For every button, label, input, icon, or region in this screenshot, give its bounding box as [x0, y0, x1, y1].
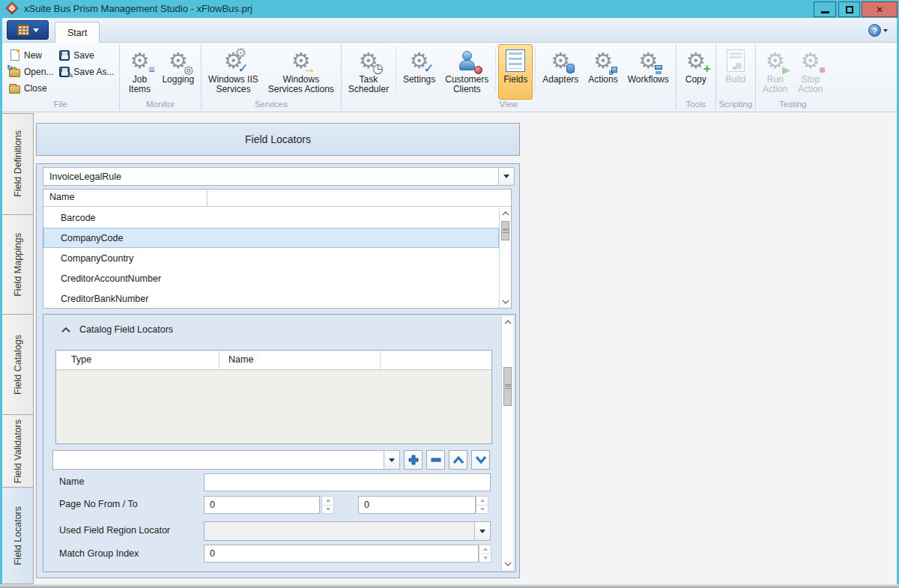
spin-up-icon[interactable] — [322, 497, 333, 505]
list-body: BarcodeCompanyCodeCompanyCountryCreditor… — [43, 207, 499, 308]
sidebar-item-label: Field Locators — [13, 506, 23, 566]
ribbon-button-settings[interactable]: ⚙✓Settings — [399, 44, 440, 100]
ribbon-button-actions[interactable]: ⚙Actions — [584, 44, 622, 100]
application-menu-button[interactable] — [7, 20, 49, 40]
gear-box-icon: ⚙ — [590, 48, 616, 73]
move-up-button[interactable] — [449, 450, 467, 470]
page-no-from-field[interactable] — [204, 496, 320, 514]
minimize-button[interactable] — [814, 1, 836, 17]
ribbon-button-fields[interactable]: Fields — [498, 44, 533, 100]
region-locator-dropdown-button[interactable] — [474, 522, 490, 540]
gear-stop-icon: ⚙■ — [798, 48, 823, 73]
catalog-combobox[interactable] — [52, 450, 400, 470]
gear-list-icon: ⚙≡ — [127, 48, 152, 73]
ribbon-button-save-as[interactable]: ✎Save As... — [58, 65, 114, 78]
ribbon: New↻Open...CloseSave✎Save As...File⚙≡Job… — [2, 43, 897, 112]
ribbon-group-label: File — [4, 100, 117, 112]
page-no-to-stepper[interactable] — [476, 496, 488, 514]
scroll-up-icon[interactable] — [500, 207, 511, 219]
ribbon-item-separator — [495, 47, 496, 92]
ribbon-button-job-items[interactable]: ⚙≡JobItems — [122, 44, 157, 100]
ribbon-group-view: ⚙◷TaskScheduler⚙✓SettingsCustomersClient… — [342, 43, 675, 112]
spin-down-icon[interactable] — [322, 505, 333, 514]
spin-up-icon[interactable] — [476, 497, 488, 505]
sidebar-item-field-definitions[interactable]: Field Definitions — [2, 113, 34, 215]
ribbon-button-copy[interactable]: ⚙+Copy — [679, 44, 713, 100]
ribbon-button-label: Logging — [162, 75, 194, 85]
list-item[interactable]: Barcode — [43, 207, 499, 228]
list-item-label: CreditorAccountNumber — [61, 273, 161, 284]
column-header-name[interactable]: Name — [220, 351, 381, 369]
close-button[interactable]: ✕ — [862, 1, 898, 17]
ribbon-button-windows-iis-services[interactable]: ⚙⚙✓Windows IISServices — [204, 44, 263, 100]
ribbon-button-logging[interactable]: ⚙◎Logging — [157, 44, 199, 100]
ribbon-button-label: Settings — [403, 75, 435, 85]
sidebar-item-field-validators[interactable]: Field Validators — [2, 414, 34, 488]
ribbon-button-label: Windows IISServices — [208, 75, 258, 94]
match-group-label: Match Group Index — [59, 548, 139, 559]
catalog-field-locators-panel: Catalog Field Locators Type Name — [43, 314, 516, 572]
ribbon-group-label: Services — [204, 100, 339, 112]
list-item[interactable]: CreditorAccountNumber — [43, 268, 499, 288]
ribbon-button-save[interactable]: Save — [58, 49, 114, 61]
spin-down-icon[interactable] — [476, 505, 488, 514]
thumb-grip — [503, 228, 509, 233]
add-button[interactable] — [404, 450, 423, 470]
scrollbar-thumb[interactable] — [503, 367, 512, 406]
column-header-name[interactable]: Name — [43, 190, 208, 206]
list-item[interactable]: CreditorBankNumber — [43, 288, 499, 308]
match-group-stepper[interactable] — [479, 545, 491, 563]
maximize-button[interactable] — [838, 1, 860, 17]
scroll-down-icon[interactable] — [500, 296, 511, 308]
ribbon-button-label: Fields — [503, 75, 527, 85]
gear-lens-icon: ⚙◎ — [166, 48, 191, 73]
sidebar-item-field-locators[interactable]: Field Locators — [2, 487, 34, 584]
sidebar-item-field-catalogs[interactable]: Field Catalogs — [2, 314, 34, 415]
column-header-blank[interactable] — [208, 190, 511, 206]
ribbon-button-open[interactable]: ↻Open... — [8, 65, 53, 78]
ribbon-tab-row: Start ? — [2, 18, 897, 43]
list-item[interactable]: CompanyCode — [43, 228, 499, 248]
page-new-icon — [8, 49, 21, 61]
ribbon-button-customers-clients[interactable]: CustomersClients — [441, 44, 493, 100]
spin-down-icon[interactable] — [479, 554, 491, 563]
ribbon-group-label: Monitor — [122, 100, 199, 112]
column-header-type[interactable]: Type — [56, 351, 220, 369]
sidebar-tabs: Field DefinitionsField MappingsField Cat… — [2, 114, 34, 584]
catalog-combobox-dropdown-button[interactable] — [384, 451, 399, 469]
page-no-from-stepper[interactable] — [321, 496, 334, 514]
scrollbar-thumb[interactable] — [501, 221, 509, 240]
ribbon-button-task-scheduler[interactable]: ⚙◷TaskScheduler — [344, 44, 393, 100]
rule-selector-dropdown-button[interactable] — [498, 168, 514, 185]
column-header-blank[interactable] — [381, 351, 491, 369]
catalog-section-header[interactable]: Catalog Field Locators — [61, 324, 173, 335]
tab-start[interactable]: Start — [55, 22, 100, 43]
page-no-to-field[interactable] — [358, 496, 476, 514]
ribbon-button-label: New — [24, 50, 42, 61]
list-scrollbar[interactable] — [499, 207, 511, 308]
ribbon-button-new[interactable]: New — [8, 49, 53, 61]
sidebar-item-field-mappings[interactable]: Field Mappings — [2, 214, 34, 315]
remove-button[interactable] — [426, 450, 445, 470]
list-item-label: CompanyCode — [61, 233, 123, 243]
ribbon-button-label: Open... — [24, 67, 53, 77]
folder-open-icon: ↻ — [8, 65, 21, 78]
help-button[interactable]: ? — [868, 24, 888, 37]
match-group-field[interactable] — [204, 545, 479, 563]
catalog-scrollbar[interactable] — [501, 316, 513, 570]
scroll-up-icon[interactable] — [502, 316, 513, 328]
floppy-pencil-icon: ✎ — [58, 65, 70, 78]
region-locator-combobox[interactable] — [204, 521, 491, 541]
collapse-chevron-icon — [61, 327, 70, 333]
spin-up-icon[interactable] — [479, 545, 491, 554]
list-item[interactable]: CompanyCountry — [43, 248, 499, 268]
name-field[interactable] — [204, 473, 491, 491]
ribbon-button-workflows[interactable]: ⚙Workflows — [623, 44, 674, 100]
ribbon-button-windows-services-actions[interactable]: ⚙→WindowsServices Actions — [264, 44, 339, 100]
ribbon-button-adapters[interactable]: ⚙Adapters — [538, 44, 583, 100]
ribbon-group-testing: ⚙▶RunAction⚙■StopActionTesting — [757, 43, 829, 112]
rule-selector-combobox[interactable]: InvoiceLegalRule — [43, 167, 515, 186]
move-down-button[interactable] — [471, 450, 490, 470]
ribbon-button-close[interactable]: Close — [8, 82, 53, 94]
scroll-down-icon[interactable] — [502, 558, 513, 570]
